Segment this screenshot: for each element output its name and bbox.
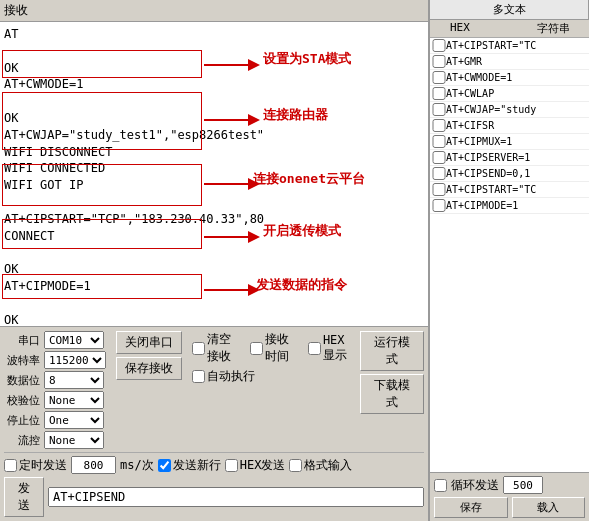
hex-send-option[interactable]: HEX发送 (225, 457, 286, 474)
item-checkbox-8[interactable] (432, 167, 446, 180)
receive-content-wrapper: 设置为STA模式 连接路由器 (0, 22, 428, 326)
item-text: AT+CWJAP="study (446, 104, 587, 115)
hex-display-checkbox[interactable] (308, 342, 321, 355)
clear-receive-label: 清空接收 (207, 331, 242, 365)
item-text: AT+CIPSTART="TC (446, 184, 587, 195)
item-checkbox-9[interactable] (432, 183, 446, 196)
item-text: AT+CWLAP (446, 88, 587, 99)
send-input[interactable] (48, 487, 424, 507)
port-select[interactable]: COM10 (44, 331, 104, 349)
new-line-option[interactable]: 发送新行 (158, 457, 221, 474)
flow-select[interactable]: None (44, 431, 104, 449)
right-list: AT+CIPSTART="TCAT+GMRAT+CWMODE=1AT+CWLAP… (430, 38, 589, 472)
recv-time-option[interactable]: 接收时间 (250, 331, 300, 365)
timed-send-option[interactable]: 定时发送 (4, 457, 67, 474)
timed-send-label: 定时发送 (19, 457, 67, 474)
loop-row: 循环发送 (434, 476, 585, 494)
hex-display-option[interactable]: HEX显示 (308, 333, 356, 364)
ms-input[interactable]: 800 (71, 456, 116, 474)
right-bottom: 循环发送 保存 载入 (430, 472, 589, 521)
port-label: 串口 (4, 333, 40, 348)
item-text: AT+CIFSR (446, 120, 587, 131)
list-item: AT+CWLAP (430, 86, 589, 102)
port-row: 串口 COM10 (4, 331, 106, 349)
mode-buttons: 运行模式 下载模式 (360, 331, 424, 414)
check-row: 校验位 None (4, 391, 106, 409)
clear-receive-option[interactable]: 清空接收 (192, 331, 242, 365)
baud-label: 波特率 (4, 353, 40, 368)
hex-send-checkbox[interactable] (225, 459, 238, 472)
send-row: 定时发送 800 ms/次 发送新行 HEX发送 格式输入 (4, 452, 424, 474)
port-settings: 串口 COM10 波特率 115200 数据位 8 (4, 331, 106, 449)
bottom-controls: 串口 COM10 波特率 115200 数据位 8 (0, 326, 428, 521)
clear-receive-checkbox[interactable] (192, 342, 205, 355)
load-button[interactable]: 载入 (512, 497, 586, 518)
multi-text-tab[interactable]: 多文本 (430, 0, 589, 19)
option-row1: 清空接收 接收时间 HEX显示 (192, 331, 356, 365)
item-text: AT+CIPSERVER=1 (446, 152, 587, 163)
new-line-checkbox[interactable] (158, 459, 171, 472)
baud-row: 波特率 115200 (4, 351, 106, 369)
data-label: 数据位 (4, 373, 40, 388)
item-checkbox-4[interactable] (432, 103, 446, 116)
data-select[interactable]: 8 (44, 371, 104, 389)
option-row2: 自动执行 (192, 368, 356, 385)
col-hex-header: HEX (450, 21, 537, 36)
hex-send-label: HEX发送 (240, 457, 286, 474)
item-checkbox-6[interactable] (432, 135, 446, 148)
send-button[interactable]: 发送 (4, 477, 44, 517)
loop-checkbox[interactable] (434, 479, 447, 492)
recv-time-label: 接收时间 (265, 331, 300, 365)
item-checkbox-7[interactable] (432, 151, 446, 164)
left-panel: 接收 设置为STA模式 (0, 0, 429, 521)
list-item: AT+CIPMUX=1 (430, 134, 589, 150)
item-checkbox-5[interactable] (432, 119, 446, 132)
ms-unit: ms/次 (120, 457, 154, 474)
list-item: AT+CIFSR (430, 118, 589, 134)
format-input-label: 格式输入 (304, 457, 352, 474)
check-label: 校验位 (4, 393, 40, 408)
close-port-button[interactable]: 关闭串口 (116, 331, 182, 354)
recv-time-checkbox[interactable] (250, 342, 263, 355)
download-mode-button[interactable]: 下载模式 (360, 374, 424, 414)
stop-label: 停止位 (4, 413, 40, 428)
timed-send-checkbox[interactable] (4, 459, 17, 472)
list-item: AT+CIPMODE=1 (430, 198, 589, 214)
baud-select[interactable]: 115200 (44, 351, 106, 369)
item-text: AT+CIPMUX=1 (446, 136, 587, 147)
loop-input[interactable] (503, 476, 543, 494)
save-button[interactable]: 保存 (434, 497, 508, 518)
stop-row: 停止位 One (4, 411, 106, 429)
item-checkbox-1[interactable] (432, 55, 446, 68)
run-mode-button[interactable]: 运行模式 (360, 331, 424, 371)
list-item: AT+CIPSTART="TC (430, 182, 589, 198)
item-checkbox-3[interactable] (432, 87, 446, 100)
stop-select[interactable]: One (44, 411, 104, 429)
middle-buttons: 关闭串口 保存接收 (116, 331, 182, 380)
right-panel: 多文本 HEX 字符串 AT+CIPSTART="TCAT+GMRAT+CWMO… (429, 0, 589, 521)
item-checkbox-0[interactable] (432, 39, 446, 52)
hex-display-label: HEX显示 (323, 333, 356, 364)
auto-exec-label: 自动执行 (207, 368, 255, 385)
check-select[interactable]: None (44, 391, 104, 409)
flow-label: 流控 (4, 433, 40, 448)
list-item: AT+CWJAP="study (430, 102, 589, 118)
new-line-label: 发送新行 (173, 457, 221, 474)
col-char-header: 字符串 (537, 21, 587, 36)
item-text: AT+CIPSTART="TC (446, 40, 587, 51)
auto-exec-checkbox[interactable] (192, 370, 205, 383)
flow-row: 流控 None (4, 431, 106, 449)
list-item: AT+CWMODE=1 (430, 70, 589, 86)
receive-textarea[interactable] (0, 22, 428, 326)
col-headers: HEX 字符串 (430, 20, 589, 38)
format-input-option[interactable]: 格式输入 (289, 457, 352, 474)
send-input-row: 发送 (4, 477, 424, 517)
save-load-row: 保存 载入 (434, 497, 585, 518)
item-checkbox-10[interactable] (432, 199, 446, 212)
format-input-checkbox[interactable] (289, 459, 302, 472)
item-checkbox-2[interactable] (432, 71, 446, 84)
save-receive-button[interactable]: 保存接收 (116, 357, 182, 380)
receive-label: 接收 (0, 0, 428, 22)
auto-exec-option[interactable]: 自动执行 (192, 368, 255, 385)
list-item: AT+GMR (430, 54, 589, 70)
